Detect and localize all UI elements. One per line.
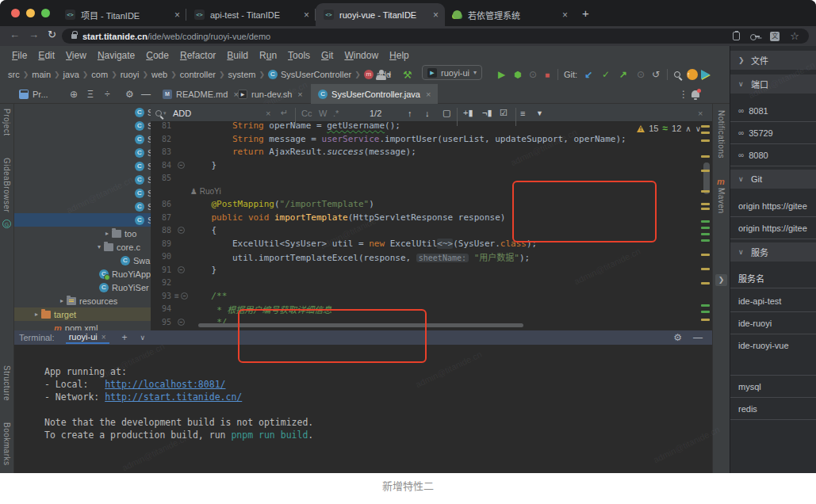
search-query[interactable]: ADD <box>173 104 191 122</box>
next-problem-icon[interactable]: ∨ <box>695 124 701 133</box>
select-all-occurrences-icon[interactable]: ☑ <box>500 104 508 122</box>
fold-region-icon[interactable]: − <box>181 292 188 300</box>
macos-traffic-lights[interactable] <box>11 9 50 17</box>
tree-item-s[interactable]: CS <box>14 186 151 200</box>
terminal-tab-ruoyi-ui[interactable]: ruoyi-ui× <box>66 331 109 344</box>
fold-region-icon[interactable]: − <box>178 319 185 326</box>
panel-item-ide-ruoyi-vue[interactable]: ide-ruoyi-vue <box>730 334 816 376</box>
menu-item-view[interactable]: View <box>60 50 92 61</box>
collapse-all-icon[interactable]: Ξ <box>87 84 94 104</box>
close-terminal-tab-icon[interactable]: × <box>102 333 106 342</box>
menu-item-edit[interactable]: Edit <box>33 50 60 61</box>
git-push-icon[interactable]: ↗ <box>619 65 627 84</box>
tree-item-s[interactable]: CS <box>14 200 151 213</box>
error-stripe-mark[interactable] <box>701 227 710 229</box>
vertical-scrollbar[interactable] <box>703 162 710 194</box>
panel-item-origin-https-gitee[interactable]: origin https://gitee <box>730 195 816 217</box>
selection-options-icon[interactable]: ≡ <box>520 104 525 122</box>
breadcrumb-segment[interactable]: src <box>8 70 20 79</box>
stripe-item-bookmarks[interactable]: Bookmarks <box>2 422 11 466</box>
close-editor-tab-icon[interactable]: × <box>297 90 302 99</box>
panel-item-origin-https-gitee[interactable]: origin https://gitee <box>730 217 816 239</box>
stripe-item-notifications[interactable]: Notifications <box>717 110 726 158</box>
stripe-item-structure[interactable]: Structure <box>2 365 11 401</box>
panel-item-35729[interactable]: ∞35729 <box>730 122 816 144</box>
terminal-dropdown-icon[interactable]: ∨ <box>140 334 146 342</box>
error-stripe-mark[interactable] <box>701 139 710 142</box>
browser-tab[interactable]: <>ruoyi-vue - TitanIDE× <box>316 3 445 26</box>
expand-stripe-button[interactable]: ❯ <box>715 274 727 286</box>
stripe-item-project[interactable]: Project <box>2 109 11 136</box>
whole-words-toggle[interactable]: W <box>319 104 327 122</box>
error-stripe-mark[interactable] <box>701 319 710 321</box>
tree-item-s[interactable]: CS <box>14 173 151 186</box>
tree-item-swa[interactable]: CSwa <box>14 254 151 267</box>
remove-selection-icon[interactable]: ¬▮ <box>482 104 492 122</box>
minimize-terminal-icon[interactable]: — <box>693 332 703 343</box>
panel-item-ide-ruoyi[interactable]: ide-ruoyi <box>730 312 816 334</box>
next-match-icon[interactable]: ↓ <box>425 104 430 122</box>
terminal-output[interactable]: App running at:- Local: http://localhost… <box>14 345 712 473</box>
breadcrumb[interactable]: src❯main❯java❯com❯ruoyi❯web❯controller❯s… <box>8 65 391 84</box>
close-tab-icon[interactable]: × <box>174 10 180 21</box>
editor-tab[interactable]: ▶run-dev.sh× <box>231 84 310 104</box>
close-tab-icon[interactable]: × <box>433 10 439 21</box>
menu-item-tools[interactable]: Tools <box>282 50 316 61</box>
prev-problem-icon[interactable]: ∧ <box>685 124 691 133</box>
expand-settings-icon[interactable]: ÷ <box>105 84 110 104</box>
error-stripe-mark[interactable] <box>701 132 710 134</box>
panel-item-redis[interactable]: redis <box>730 398 816 420</box>
error-stripe-mark[interactable] <box>701 208 710 210</box>
tree-item-s[interactable]: CS <box>14 159 151 173</box>
close-tab-icon[interactable]: × <box>562 10 568 21</box>
password-key-icon[interactable] <box>750 32 760 41</box>
editor-tab[interactable]: CSysUserController.java× <box>311 84 438 104</box>
breadcrumb-segment[interactable]: main <box>32 70 51 79</box>
build-hammer-icon[interactable]: ⚒ <box>403 65 412 84</box>
project-view-selector[interactable]: Pr... <box>19 84 48 104</box>
tree-chevron-icon[interactable]: ▸ <box>57 297 67 304</box>
breadcrumb-segment[interactable]: ruoyi <box>121 70 140 79</box>
error-stripe-mark[interactable] <box>701 239 710 242</box>
lock-icon[interactable] <box>71 34 77 39</box>
breadcrumb-segment[interactable]: SysUserController <box>281 70 351 79</box>
menu-item-window[interactable]: Window <box>339 50 384 61</box>
panel-item-8080[interactable]: ∞8080 <box>730 144 816 166</box>
terminal-settings-gear-icon[interactable]: ⚙ <box>673 332 682 343</box>
find-in-selection-icon[interactable]: ▢ <box>442 104 450 122</box>
reading-list-icon[interactable] <box>733 32 740 40</box>
error-stripe-mark[interactable] <box>701 254 710 256</box>
menu-item-run[interactable]: Run <box>254 50 282 61</box>
panel-section-端口[interactable]: ∨端口 <box>730 74 816 94</box>
breadcrumb-segment[interactable]: controller <box>180 70 216 79</box>
translate-icon[interactable]: 文 <box>770 32 780 41</box>
coverage-icon[interactable]: ⊙ <box>529 65 537 84</box>
menu-item-file[interactable]: File <box>6 50 33 61</box>
tree-item-target[interactable]: ▸target <box>14 307 151 321</box>
error-stripe-mark[interactable] <box>701 125 710 128</box>
run-button[interactable]: ▶ <box>498 65 505 84</box>
new-terminal-button[interactable]: + <box>122 332 128 343</box>
breadcrumb-segment[interactable]: web <box>151 70 167 79</box>
address-bar[interactable]: start.titanide.cn /ide/web/coding/ruoyi-… <box>62 29 809 44</box>
tree-item-ruoyiapp[interactable]: CRuoYiApp <box>14 267 151 281</box>
terminal-link[interactable]: http://start.titanide.cn/ <box>105 391 242 403</box>
chevron-down-icon[interactable]: ∨ <box>738 248 745 256</box>
panel-settings-gear-icon[interactable]: ⚙ <box>125 84 134 104</box>
close-window-button[interactable] <box>11 9 20 17</box>
fold-region-icon[interactable]: − <box>178 227 185 234</box>
hide-panel-icon[interactable]: — <box>141 84 151 104</box>
filter-icon[interactable]: ▼ <box>536 104 543 122</box>
panel-section-Git[interactable]: ∨Git <box>730 170 816 189</box>
regex-toggle[interactable]: .* <box>333 104 339 122</box>
minimize-window-button[interactable] <box>26 9 35 17</box>
add-selection-icon[interactable]: +▮ <box>463 104 473 122</box>
tree-item-s[interactable]: CS <box>14 105 151 119</box>
menu-item-help[interactable]: Help <box>384 50 415 61</box>
more-options-icon[interactable]: ⋮ <box>679 84 688 104</box>
titan-play-icon[interactable] <box>701 65 710 84</box>
profile-menu-button[interactable]: ▾ <box>376 65 391 84</box>
git-update-icon[interactable]: ↙ <box>584 65 592 84</box>
run-configuration-select[interactable]: ▶ ruoyi-ui ▾ <box>422 65 482 80</box>
maximize-window-button[interactable] <box>41 9 50 17</box>
